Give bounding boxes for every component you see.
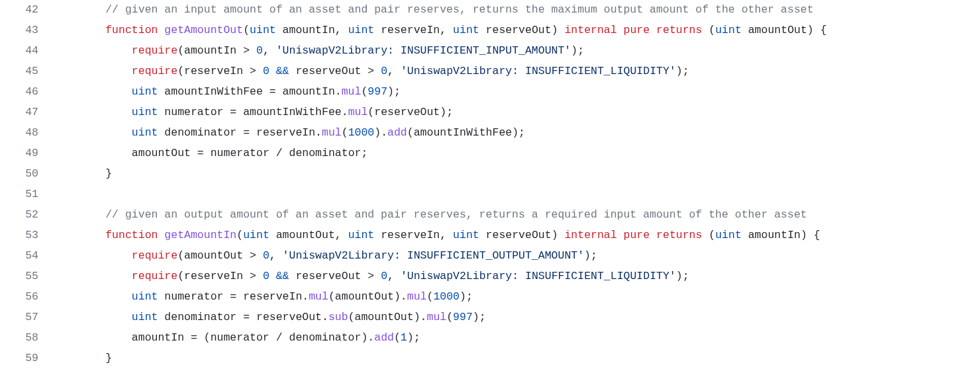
token-fname: mul xyxy=(407,290,427,303)
code-line[interactable]: amountOut = numerator / denominator; xyxy=(53,144,980,164)
line-number: 59 xyxy=(0,348,38,369)
token-punct: / xyxy=(270,331,289,344)
token-punct: ); xyxy=(676,65,689,77)
token-punct: ); xyxy=(440,106,453,118)
token-keyword: internal xyxy=(564,229,616,241)
code-line[interactable] xyxy=(53,184,980,205)
token-punct: > xyxy=(361,65,381,77)
token-punct: ( xyxy=(243,24,250,36)
token-ident: reserveIn xyxy=(184,270,243,282)
token-number: 1000 xyxy=(348,126,375,139)
code-line[interactable]: amountIn = (numerator / denominator).add… xyxy=(53,328,980,348)
token-punct xyxy=(158,106,164,118)
code-line[interactable]: require(reserveIn > 0 && reserveOut > 0,… xyxy=(53,62,980,82)
token-ident: reserveOut xyxy=(486,229,552,241)
token-punct: ); xyxy=(512,126,525,139)
token-punct: ); xyxy=(387,85,401,98)
token-punct xyxy=(617,24,624,36)
code-line[interactable]: uint amountInWithFee = amountIn.mul(997)… xyxy=(53,82,980,102)
token-type: uint xyxy=(453,229,479,241)
token-op: && xyxy=(276,65,289,77)
code-line[interactable]: // given an input amount of an asset and… xyxy=(53,0,980,20)
token-punct: } xyxy=(105,352,112,364)
token-type: uint xyxy=(453,24,479,36)
token-type: uint xyxy=(715,24,742,36)
token-punct: . xyxy=(315,126,322,139)
token-keyword: require xyxy=(132,249,177,262)
token-punct: ); xyxy=(584,249,597,262)
code-line[interactable]: uint numerator = reserveIn.mul(amountOut… xyxy=(53,287,980,308)
token-ident: amountIn xyxy=(184,44,236,57)
code-line[interactable]: function getAmountIn(uint amountOut, uin… xyxy=(53,226,980,246)
token-punct xyxy=(479,24,486,36)
code-line[interactable]: uint denominator = reserveIn.mul(1000).a… xyxy=(53,123,980,144)
line-number: 43 xyxy=(0,20,38,41)
token-keyword: require xyxy=(132,65,177,77)
token-punct xyxy=(158,24,164,36)
token-ident: amountIn xyxy=(283,85,335,98)
token-comment: // given an input amount of an asset and… xyxy=(105,3,813,16)
token-punct: ( xyxy=(702,24,715,36)
token-punct: . xyxy=(342,106,348,118)
line-number: 52 xyxy=(0,205,38,226)
token-keyword: returns xyxy=(656,229,702,241)
token-ident: amountOut xyxy=(276,229,335,241)
token-keyword: require xyxy=(132,270,177,282)
token-number: 997 xyxy=(368,85,387,98)
code-line[interactable]: require(amountOut > 0, 'UniswapV2Library… xyxy=(53,246,980,266)
token-punct: = xyxy=(236,126,256,139)
token-punct: ). xyxy=(414,311,427,323)
token-ident: reserveIn xyxy=(256,126,315,139)
token-ident: amountOut xyxy=(748,24,807,36)
token-fname: mul xyxy=(426,311,446,323)
code-line[interactable]: require(reserveIn > 0 && reserveOut > 0,… xyxy=(53,266,980,287)
token-keyword: pure xyxy=(624,24,650,36)
token-punct: ( xyxy=(427,290,434,303)
token-type: uint xyxy=(348,24,375,36)
code-line[interactable]: require(amountIn > 0, 'UniswapV2Library:… xyxy=(53,41,980,62)
token-number: 0 xyxy=(263,270,270,282)
token-keyword: internal xyxy=(564,24,616,36)
token-punct: ); xyxy=(473,311,486,323)
token-fname: mul xyxy=(309,290,328,303)
code-content[interactable]: // given an input amount of an asset and… xyxy=(53,0,980,369)
token-ident: amountOut xyxy=(132,147,191,159)
token-punct: . xyxy=(302,290,309,303)
code-line[interactable]: function getAmountOut(uint amountIn, uin… xyxy=(53,20,980,41)
token-op: && xyxy=(276,270,289,282)
token-punct: , xyxy=(335,24,348,36)
token-ident: denominator xyxy=(164,126,236,139)
token-type: uint xyxy=(132,85,158,98)
token-punct: ); xyxy=(676,270,689,282)
line-number: 47 xyxy=(0,102,38,123)
line-number: 48 xyxy=(0,123,38,144)
code-line[interactable]: } xyxy=(53,164,980,184)
token-number: 0 xyxy=(381,270,387,282)
line-number: 55 xyxy=(0,266,38,287)
token-fname: mul xyxy=(322,126,342,139)
token-fname: mul xyxy=(348,106,368,118)
token-punct: , xyxy=(270,249,283,262)
token-string: 'UniswapV2Library: INSUFFICIENT_INPUT_AM… xyxy=(276,44,571,57)
token-punct: = xyxy=(223,106,243,118)
token-punct xyxy=(617,229,624,241)
token-ident: numerator xyxy=(164,106,223,118)
line-number: 50 xyxy=(0,164,38,184)
token-punct xyxy=(270,270,276,282)
token-ident: reserveOut xyxy=(295,65,361,77)
token-punct: ( xyxy=(236,229,243,241)
code-line[interactable]: } xyxy=(53,348,980,369)
token-punct xyxy=(158,311,164,323)
code-line[interactable]: uint denominator = reserveOut.sub(amount… xyxy=(53,308,980,328)
line-number: 45 xyxy=(0,62,38,82)
code-line[interactable]: uint numerator = amountInWithFee.mul(res… xyxy=(53,102,980,123)
token-ident: amountOut xyxy=(355,311,414,323)
token-ident: denominator xyxy=(289,147,362,159)
token-number: 0 xyxy=(381,65,387,77)
code-line[interactable]: // given an output amount of an asset an… xyxy=(53,205,980,226)
token-punct: ( xyxy=(368,106,374,118)
token-ident: reserveIn xyxy=(381,24,440,36)
token-punct: > xyxy=(236,44,256,57)
token-ident: amountOut xyxy=(184,249,243,262)
token-punct: ). xyxy=(361,331,374,344)
